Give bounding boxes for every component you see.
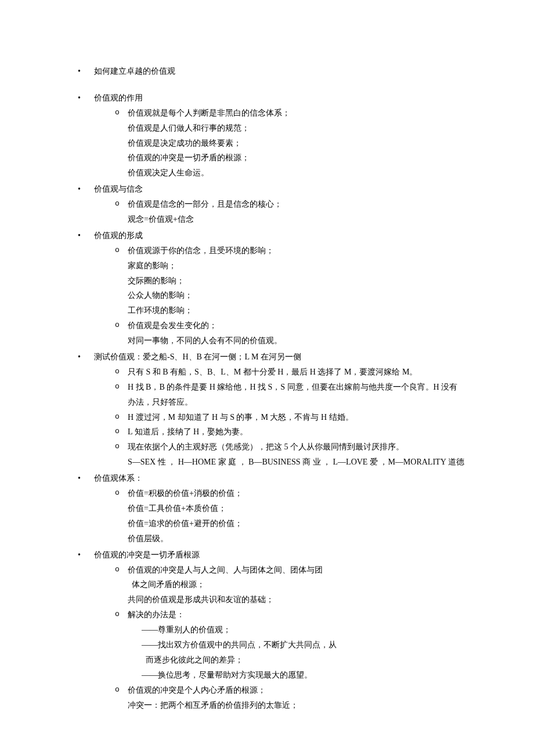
text-line: 价值层级。 xyxy=(128,531,466,546)
sub-item: 只有 S 和 B 有船，S、B、L、M 都十分爱 H，最后 H 选择了 M，要渡… xyxy=(94,365,466,380)
sub-item: 现在依据个人的主观好恶（凭感觉），把这 5 个人从你最同情到最讨厌排序。 xyxy=(94,440,466,455)
text-line: 只有 S 和 B 有船，S、B、L、M 都十分爱 H，最后 H 选择了 M，要渡… xyxy=(128,365,466,380)
text-line: 价值观是信念的一部分，且是信念的核心； xyxy=(128,197,466,212)
sub-sub-item: ——换位思考，尽量帮助对方实现最大的愿望。 xyxy=(128,668,466,683)
sub-item: 解决的办法是：——尊重别人的价值观；——找出双方价值观中的共同点，不断扩大共同点… xyxy=(94,607,466,682)
section-item: 价值观的作用价值观就是每个人判断是非黑白的信念体系；价值观是人们做人和行事的规范… xyxy=(68,91,466,181)
section-title: 价值观的作用 xyxy=(94,91,466,106)
text-line: 价值观源于你的信念，且受环境的影响； xyxy=(128,243,466,258)
sub-item: 价值观是会发生变化的；对同一事物，不同的人会有不同的价值观。 xyxy=(94,318,466,348)
text-line: 价值观是会发生变化的； xyxy=(128,318,466,333)
sub-item: H 渡过河，M 却知道了 H 与 S 的事，M 大怒，不肯与 H 结婚。 xyxy=(94,410,466,425)
text-line: 而逐步化彼此之间的差异； xyxy=(142,653,466,668)
text-line: 价值观的冲突是一切矛盾的根源； xyxy=(128,150,466,165)
text-line: 价值观是人们做人和行事的规范； xyxy=(128,121,466,136)
text-line: 现在依据个人的主观好恶（凭感觉），把这 5 个人从你最同情到最讨厌排序。 xyxy=(128,440,466,455)
section-item: 价值观的冲突是一切矛盾根源价值观的冲突是人与人之间、人与团体之间、团体与团 体之… xyxy=(68,548,466,713)
section-item: 测试价值观：爱之船-S、H、B 在河一侧；L M 在河另一侧只有 S 和 B 有… xyxy=(68,350,466,470)
text-line: 共同的价值观是形成共识和友谊的基础； xyxy=(128,592,466,607)
section-gap xyxy=(68,80,466,91)
text-line: S—SEX 性 ， H—HOME 家 庭 ， B—BUSINESS 商 业 ， … xyxy=(128,455,466,470)
text-line: 冲突一：把两个相互矛盾的价值排列的太靠近； xyxy=(128,698,466,713)
sub-sub-item: ——找出双方价值观中的共同点，不断扩大共同点，从 xyxy=(128,638,466,653)
text-line: ——换位思考，尽量帮助对方实现最大的愿望。 xyxy=(142,668,466,683)
section-title: 如何建立卓越的价值观 xyxy=(94,64,466,79)
section-title: 价值观的冲突是一切矛盾根源 xyxy=(94,548,466,563)
sub-item: 价值观源于你的信念，且受环境的影响；家庭的影响；交际圈的影响；公众人物的影响；工… xyxy=(94,243,466,318)
sub-item: 价值观的冲突是个人内心矛盾的根源；冲突一：把两个相互矛盾的价值排列的太靠近； xyxy=(94,683,466,713)
outline-root: 如何建立卓越的价值观价值观的作用价值观就是每个人判断是非黑白的信念体系；价值观是… xyxy=(68,64,466,712)
section-title: 价值观与信念 xyxy=(94,182,466,197)
text-line: 价值观的冲突是人与人之间、人与团体之间、团体与团 xyxy=(128,563,466,578)
text-line: 价值=追求的价值+避开的价值； xyxy=(128,516,466,531)
text-line: 对同一事物，不同的人会有不同的价值观。 xyxy=(128,333,466,348)
sub-item: 价值观是信念的一部分，且是信念的核心；观念=价值观+信念 xyxy=(94,197,466,227)
text-line: 家庭的影响； xyxy=(128,258,466,273)
text-line: 公众人物的影响； xyxy=(128,288,466,303)
sub-item: H 找 B，B 的条件是要 H 嫁给他，H 找 S，S 同意，但要在出嫁前与他共… xyxy=(94,380,466,410)
text-line: ——尊重别人的价值观； xyxy=(142,622,466,638)
section-title: 价值观的形成 xyxy=(94,228,466,243)
sub-list: 价值观源于你的信念，且受环境的影响；家庭的影响；交际圈的影响；公众人物的影响；工… xyxy=(94,243,466,348)
section-item: 价值观的形成价值观源于你的信念，且受环境的影响；家庭的影响；交际圈的影响；公众人… xyxy=(68,228,466,348)
sub-item: 价值观的冲突是人与人之间、人与团体之间、团体与团 体之间矛盾的根源；共同的价值观… xyxy=(94,563,466,608)
text-line: H 找 B，B 的条件是要 H 嫁给他，H 找 S，S 同意，但要在出嫁前与他共… xyxy=(128,380,466,410)
sub-sub-list: ——尊重别人的价值观；——找出双方价值观中的共同点，不断扩大共同点，从 而逐步化… xyxy=(128,622,466,683)
text-line: 价值观的冲突是个人内心矛盾的根源； xyxy=(128,683,466,698)
section-title: 测试价值观：爱之船-S、H、B 在河一侧；L M 在河另一侧 xyxy=(94,350,466,365)
text-line: 交际圈的影响； xyxy=(128,273,466,289)
text-line: ——找出双方价值观中的共同点，不断扩大共同点，从 xyxy=(142,638,466,653)
section-item: 如何建立卓越的价值观 xyxy=(68,64,466,79)
text-line: H 渡过河，M 却知道了 H 与 S 的事，M 大怒，不肯与 H 结婚。 xyxy=(128,410,466,425)
sub-list: 价值观的冲突是人与人之间、人与团体之间、团体与团 体之间矛盾的根源；共同的价值观… xyxy=(94,563,466,713)
text-line: L 知道后，接纳了 H，娶她为妻。 xyxy=(128,424,466,440)
sub-item: 价值=积极的价值+消极的价值；价值=工具价值+本质价值；价值=追求的价值+避开的… xyxy=(94,486,466,546)
text-line: 观念=价值观+信念 xyxy=(128,212,466,227)
sub-item: L 知道后，接纳了 H，娶她为妻。 xyxy=(94,424,466,440)
sub-sub-item: 而逐步化彼此之间的差异； xyxy=(128,653,466,668)
section-item: 价值观体系：价值=积极的价值+消极的价值；价值=工具价值+本质价值；价值=追求的… xyxy=(68,471,466,546)
section-item: 价值观与信念价值观是信念的一部分，且是信念的核心；观念=价值观+信念 xyxy=(68,182,466,227)
sub-list: 只有 S 和 B 有船，S、B、L、M 都十分爱 H，最后 H 选择了 M，要渡… xyxy=(94,365,466,470)
sub-sub-item: ——尊重别人的价值观； xyxy=(128,622,466,638)
text-line: 工作环境的影响； xyxy=(128,303,466,318)
sub-item: 价值观就是每个人判断是非黑白的信念体系；价值观是人们做人和行事的规范；价值观是决… xyxy=(94,106,466,181)
sub-item: S—SEX 性 ， H—HOME 家 庭 ， B—BUSINESS 商 业 ， … xyxy=(94,455,466,470)
text-line: 解决的办法是： xyxy=(128,607,466,622)
sub-list: 价值=积极的价值+消极的价值；价值=工具价值+本质价值；价值=追求的价值+避开的… xyxy=(94,486,466,546)
text-line: 价值观就是每个人判断是非黑白的信念体系； xyxy=(128,106,466,121)
text-line: 价值=积极的价值+消极的价值； xyxy=(128,486,466,501)
section-title: 价值观体系： xyxy=(94,471,466,486)
text-line: 价值观决定人生命运。 xyxy=(128,165,466,181)
text-line: 价值=工具价值+本质价值； xyxy=(128,501,466,516)
text-line: 体之间矛盾的根源； xyxy=(128,577,466,592)
sub-list: 价值观是信念的一部分，且是信念的核心；观念=价值观+信念 xyxy=(94,197,466,227)
sub-list: 价值观就是每个人判断是非黑白的信念体系；价值观是人们做人和行事的规范；价值观是决… xyxy=(94,106,466,181)
text-line: 价值观是决定成功的最终要素； xyxy=(128,136,466,151)
